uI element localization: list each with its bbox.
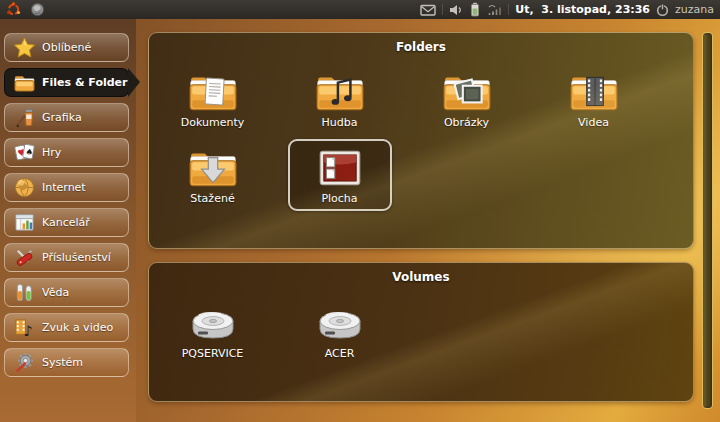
sidebar-item-favorites[interactable]: Oblíbené <box>4 33 129 62</box>
item-label: Hudba <box>322 116 358 129</box>
folders-panel: Folders Dokume <box>148 32 694 249</box>
folders-panel-title: Folders <box>149 33 693 54</box>
mail-icon[interactable] <box>420 2 436 18</box>
topbar-separator <box>442 4 443 15</box>
volumes-panel-title: Volumes <box>149 263 693 284</box>
harddisk-icon <box>316 304 364 344</box>
sidebar-item-files-folders[interactable]: Files & Folders <box>4 68 129 97</box>
folder-icon <box>11 71 37 95</box>
item-label: Videa <box>578 116 609 129</box>
sidebar-item-accessories[interactable]: Příslušenství <box>4 243 129 272</box>
sidebar-item-label: Věda <box>42 286 69 299</box>
launcher-item-videa[interactable]: Videa <box>530 63 657 135</box>
sidebar-item-label: Zvuk a video <box>42 321 113 334</box>
launcher-item-acer[interactable]: ACER <box>276 296 403 366</box>
volumes-row: PQSERVICE ACER <box>149 296 693 366</box>
sidebar-item-label: Oblíbené <box>42 41 91 54</box>
star-icon <box>11 36 37 60</box>
folder-music-icon <box>315 71 365 113</box>
sidebar-item-internet[interactable]: Internet <box>4 173 129 202</box>
launcher-item-pqservice[interactable]: PQSERVICE <box>149 296 276 366</box>
spreadsheet-chart-icon <box>11 211 37 235</box>
folder-downloads-icon <box>188 147 238 189</box>
folder-documents-icon <box>188 71 238 113</box>
launcher-item-stazene[interactable]: Stažené <box>149 139 276 211</box>
paint-tube-icon <box>11 106 37 130</box>
launcher-item-dokumenty[interactable]: Dokumenty <box>149 63 276 135</box>
clock[interactable]: Ut, 3. listopad, 23:36 <box>515 3 650 16</box>
username[interactable]: zuzana <box>675 3 714 16</box>
category-sidebar: Oblíbené Files & Folders Grafika <box>4 33 129 383</box>
ubuntu-logo-icon[interactable] <box>6 2 21 18</box>
gear-tool-icon <box>11 351 37 375</box>
sidebar-item-label: Příslušenství <box>42 251 111 264</box>
volume-icon[interactable] <box>449 2 463 18</box>
vertical-scrollbar[interactable] <box>702 32 713 409</box>
launcher-item-hudba[interactable]: Hudba <box>276 63 403 135</box>
sidebar-item-sound-video[interactable]: ♪ Zvuk a video <box>4 313 129 342</box>
harddisk-icon <box>189 304 237 344</box>
item-label: Stažené <box>190 192 234 205</box>
svg-text:♪: ♪ <box>23 323 32 339</box>
sidebar-item-science[interactable]: Věda <box>4 278 129 307</box>
selection-highlight: Plocha <box>288 139 392 211</box>
sidebar-item-label: Hry <box>42 146 61 159</box>
launcher-item-plocha[interactable]: Plocha <box>276 139 403 211</box>
film-note-icon: ♪ <box>11 316 37 340</box>
item-label: PQSERVICE <box>182 347 244 360</box>
playing-cards-icon: ♥ ♠ <box>11 141 37 165</box>
folders-row-2: Stažené <box>149 139 693 211</box>
sidebar-item-label: Internet <box>42 181 86 194</box>
sidebar-item-system[interactable]: Systém <box>4 348 129 377</box>
top-panel: Ut, 3. listopad, 23:36 zuzana <box>0 0 720 19</box>
item-label: Obrázky <box>444 116 489 129</box>
test-tubes-icon <box>11 281 37 305</box>
browser-globe-icon[interactable] <box>30 2 45 18</box>
swiss-knife-icon <box>11 246 37 270</box>
item-label: Dokumenty <box>181 116 244 129</box>
battery-icon[interactable] <box>469 2 481 18</box>
item-label: Plocha <box>321 192 357 205</box>
sidebar-item-label: Systém <box>42 356 83 369</box>
topbar-separator <box>508 4 509 15</box>
folder-pictures-icon <box>442 71 492 113</box>
sidebar-item-games[interactable]: ♥ ♠ Hry <box>4 138 129 167</box>
sidebar-item-graphics[interactable]: Grafika <box>4 103 129 132</box>
desktop-icon <box>315 147 365 189</box>
sidebar-item-office[interactable]: Kancelář <box>4 208 129 237</box>
sidebar-item-label: Grafika <box>42 111 82 124</box>
globe-icon <box>11 176 37 200</box>
sidebar-item-label: Kancelář <box>42 216 90 229</box>
power-icon[interactable] <box>656 2 669 18</box>
volumes-panel: Volumes PQSERVICE <box>148 262 694 402</box>
launcher-item-obrazky[interactable]: Obrázky <box>403 63 530 135</box>
folder-videos-icon <box>569 71 619 113</box>
folders-row-1: Dokumenty Hudba <box>149 63 693 135</box>
network-signal-icon[interactable] <box>487 2 502 18</box>
item-label: ACER <box>325 347 355 360</box>
sidebar-item-label: Files & Folders <box>42 76 134 89</box>
